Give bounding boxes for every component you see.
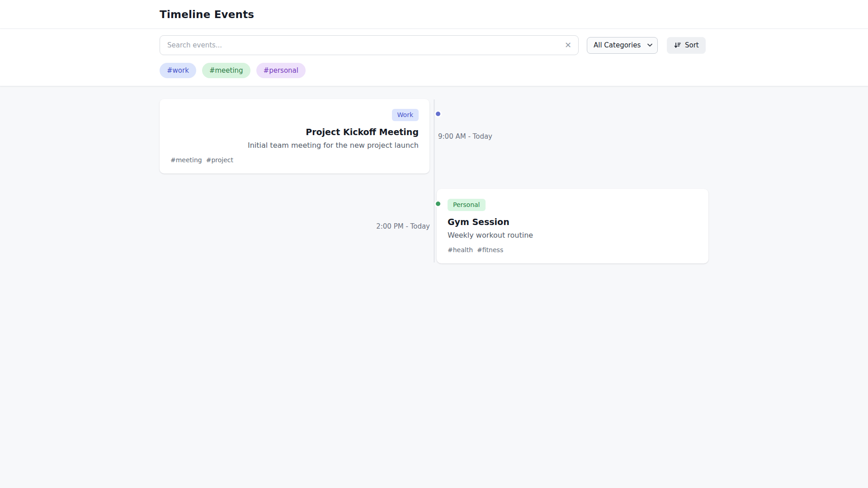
- category-select[interactable]: All Categories: [587, 37, 658, 54]
- category-filter: All Categories: [587, 37, 658, 54]
- filter-tag-meeting[interactable]: #meeting: [202, 63, 250, 78]
- filter-tag-personal[interactable]: #personal: [256, 63, 306, 78]
- badge-row: Personal: [448, 199, 698, 211]
- filter-tag-work[interactable]: #work: [160, 63, 196, 78]
- close-icon: ✕: [565, 40, 571, 50]
- timeline-dot-personal: [434, 200, 442, 207]
- event-title: Gym Session: [448, 217, 698, 227]
- timeline-event-row: Work Project Kickoff Meeting Initial tea…: [160, 99, 708, 174]
- event-tag: #health: [448, 246, 473, 253]
- controls-row: ✕ All Categories: [160, 35, 708, 55]
- event-tags: #meeting #project: [170, 156, 419, 164]
- search-box: ✕: [160, 35, 579, 55]
- sort-button[interactable]: Sort: [667, 37, 706, 54]
- event-tag: #meeting: [170, 156, 202, 164]
- filter-bar: ✕ All Categories: [0, 29, 868, 86]
- event-tags: #health #fitness: [448, 246, 698, 253]
- page-title: Timeline Events: [160, 9, 708, 20]
- category-badge: Personal: [448, 199, 486, 211]
- event-title: Project Kickoff Meeting: [170, 127, 419, 137]
- clear-search-button[interactable]: ✕: [559, 38, 577, 52]
- event-description: Initial team meeting for the new project…: [170, 141, 419, 150]
- event-time: 2:00 PM - Today: [376, 222, 430, 230]
- event-tag: #project: [206, 156, 233, 164]
- search-input[interactable]: [160, 35, 579, 55]
- category-badge: Work: [392, 109, 419, 121]
- page-header: Timeline Events: [0, 0, 868, 29]
- sort-icon: [674, 42, 681, 49]
- event-time: 9:00 AM - Today: [438, 132, 492, 141]
- timeline-dot-work: [434, 110, 442, 117]
- timeline-event-row: 2:00 PM - Today Personal Gym Session Wee…: [160, 189, 708, 263]
- filter-tags: #work #meeting #personal: [160, 63, 708, 78]
- event-description: Weekly workout routine: [448, 231, 698, 239]
- timeline: Work Project Kickoff Meeting Initial tea…: [160, 99, 708, 263]
- event-card-project-kickoff[interactable]: Work Project Kickoff Meeting Initial tea…: [160, 99, 429, 174]
- badge-row: Work: [170, 109, 419, 121]
- sort-label: Sort: [685, 41, 699, 49]
- event-card-gym-session[interactable]: Personal Gym Session Weekly workout rout…: [437, 189, 708, 263]
- main-content: Work Project Kickoff Meeting Initial tea…: [0, 86, 868, 263]
- event-tag: #fitness: [477, 246, 503, 253]
